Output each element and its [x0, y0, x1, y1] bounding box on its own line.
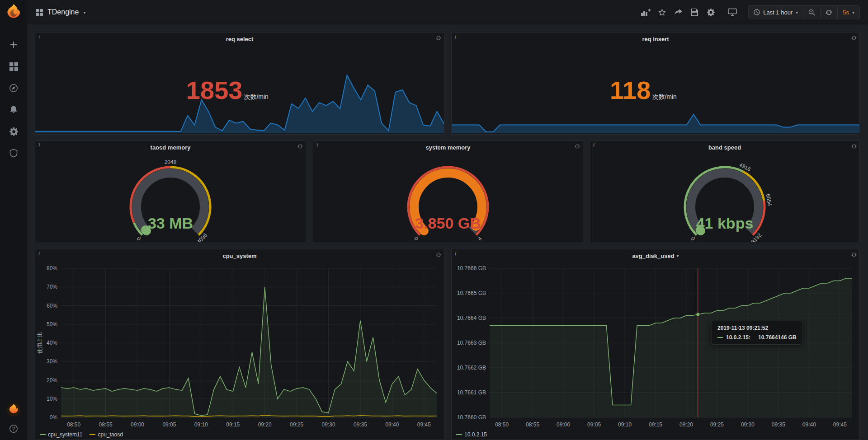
- cycle-view-mode-button[interactable]: [727, 7, 737, 17]
- chevron-down-icon: ▾: [852, 10, 854, 15]
- star-icon: [658, 9, 666, 16]
- panel-req-select: i req select 1853 次数/min: [35, 32, 444, 135]
- sidebar-item-alerting[interactable]: [9, 105, 19, 115]
- panel-info-icon[interactable]: i: [455, 250, 456, 257]
- panel-header-band-speed[interactable]: band speed: [590, 141, 859, 154]
- tooltip-series-value: 10.7664146 GB: [758, 334, 797, 341]
- svg-text:08:55: 08:55: [526, 421, 539, 428]
- svg-text:70%: 70%: [47, 284, 57, 290]
- panel-avg-disk-used: i avg_disk_used ▾ 10.7660 GB10.7661 GB10…: [451, 249, 860, 440]
- panel-info-icon[interactable]: i: [38, 142, 40, 149]
- panel-info-icon[interactable]: i: [593, 142, 594, 149]
- gauge-value: 41 kbps: [590, 215, 859, 231]
- time-range-picker[interactable]: Last 1 hour ▾: [749, 6, 803, 19]
- svg-text:10.7660 GB: 10.7660 GB: [457, 414, 486, 421]
- svg-text:10.7661 GB: 10.7661 GB: [457, 389, 486, 396]
- panel-cpu-system: i cpu_system 0%10%20%30%40%50%60%70%80%0…: [35, 249, 444, 440]
- svg-text:09:00: 09:00: [131, 421, 144, 428]
- panel-loading-icon: [436, 35, 441, 42]
- refresh-icon: [826, 9, 832, 16]
- sidebar-menu: [9, 40, 19, 158]
- user-avatar[interactable]: [6, 403, 21, 417]
- sidebar-item-configuration[interactable]: [9, 126, 19, 136]
- sidebar-item-server-admin[interactable]: [9, 148, 19, 158]
- svg-text:09:25: 09:25: [710, 421, 724, 428]
- main-area: TDengine ▾: [27, 0, 868, 440]
- refresh-interval-picker[interactable]: 5s ▾: [837, 6, 859, 19]
- req-select-stat: 1853 次数/min: [186, 78, 269, 103]
- navbar: TDengine ▾: [27, 0, 868, 24]
- refresh-button[interactable]: [820, 6, 837, 19]
- panel-taosd-memory: i taosd memory 020484096 33 MB: [35, 140, 306, 243]
- bell-icon: [9, 105, 18, 114]
- svg-text:09:40: 09:40: [385, 421, 399, 428]
- gear-icon: [9, 127, 18, 136]
- dashboard: i req select 1853 次数/min i req insert: [27, 24, 868, 440]
- legend-item[interactable]: cpu_taosd: [90, 431, 123, 438]
- svg-text:09:10: 09:10: [618, 421, 632, 428]
- panel-title: req insert: [642, 36, 669, 42]
- svg-text:使用占比: 使用占比: [37, 332, 43, 354]
- svg-text:10.7664 GB: 10.7664 GB: [457, 315, 486, 321]
- legend-item[interactable]: 10.0.2.15: [456, 431, 487, 438]
- svg-text:0%: 0%: [50, 414, 58, 421]
- svg-text:80%: 80%: [47, 265, 57, 271]
- avg-disk-used-graph[interactable]: 10.7660 GB10.7661 GB10.7662 GB10.7663 GB…: [452, 262, 859, 439]
- chevron-down-icon: ▾: [796, 10, 798, 15]
- save-dashboard-button[interactable]: [689, 7, 699, 17]
- sidebar-item-explore[interactable]: [9, 83, 19, 93]
- panel-header-req-insert[interactable]: req insert: [452, 33, 859, 45]
- add-panel-button[interactable]: [641, 7, 651, 17]
- help-button[interactable]: ?: [9, 424, 18, 435]
- dashboard-settings-button[interactable]: [706, 7, 716, 17]
- svg-text:09:35: 09:35: [772, 421, 785, 428]
- panel-title: taosd memory: [151, 144, 191, 151]
- tooltip-series-name: 10.0.2.15:: [726, 334, 750, 341]
- grafana-logo[interactable]: [5, 4, 22, 21]
- panel-info-icon[interactable]: i: [38, 33, 40, 40]
- panel-req-insert: i req insert 118 次数/min: [451, 32, 860, 135]
- gauge-value: 3.850 GB: [313, 215, 583, 231]
- req-insert-stat: 118 次数/min: [610, 78, 677, 103]
- svg-text:10.7662 GB: 10.7662 GB: [457, 365, 486, 371]
- panel-title: band speed: [708, 144, 741, 151]
- share-dashboard-button[interactable]: [673, 7, 683, 17]
- panel-header-avg-disk-used[interactable]: avg_disk_used ▾: [452, 249, 859, 262]
- grafana-flame-icon: [5, 4, 22, 21]
- cpu-system-graph[interactable]: 0%10%20%30%40%50%60%70%80%08:5008:5509:0…: [35, 262, 444, 439]
- panel-header-taosd-memory[interactable]: taosd memory: [35, 141, 306, 154]
- panel-title: avg_disk_used: [632, 253, 674, 259]
- gauge-value: 33 MB: [35, 215, 306, 231]
- tooltip-series-row: 10.0.2.15: 10.7664146 GB: [717, 334, 797, 341]
- legend-item[interactable]: cpu_system11: [40, 431, 82, 438]
- svg-text:08:50: 08:50: [495, 421, 509, 428]
- gear-icon: [707, 9, 715, 16]
- svg-text:50%: 50%: [47, 321, 57, 328]
- panel-header-req-select[interactable]: req select: [35, 33, 444, 45]
- panel-title: cpu_system: [222, 253, 256, 259]
- panel-header-system-memory[interactable]: system memory: [313, 141, 583, 154]
- plus-icon: [9, 40, 18, 49]
- panel-header-cpu-system[interactable]: cpu_system: [35, 249, 444, 262]
- panel-info-icon[interactable]: i: [38, 250, 40, 257]
- sidebar-bottom: ?: [6, 403, 21, 435]
- panel-info-icon[interactable]: i: [316, 142, 318, 149]
- sidebar-item-create[interactable]: [9, 40, 19, 50]
- monitor-icon: [728, 8, 737, 16]
- svg-text:09:30: 09:30: [322, 421, 335, 428]
- svg-text:09:30: 09:30: [741, 421, 755, 428]
- zoom-out-button[interactable]: [803, 6, 820, 19]
- svg-text:09:05: 09:05: [587, 421, 601, 428]
- svg-text:09:45: 09:45: [417, 421, 431, 428]
- share-icon: [675, 9, 682, 16]
- tooltip-series-swatch: [717, 337, 723, 338]
- save-icon: [691, 9, 698, 16]
- sidebar-item-dashboards[interactable]: [9, 61, 19, 71]
- svg-text:09:45: 09:45: [833, 421, 847, 428]
- add-panel-icon: [641, 9, 651, 16]
- dashboard-picker[interactable]: TDengine ▾: [36, 8, 85, 16]
- svg-text:09:25: 09:25: [290, 421, 303, 428]
- dashboard-grid-icon: [36, 9, 43, 16]
- panel-info-icon[interactable]: i: [455, 33, 456, 40]
- star-dashboard-button[interactable]: [657, 7, 667, 17]
